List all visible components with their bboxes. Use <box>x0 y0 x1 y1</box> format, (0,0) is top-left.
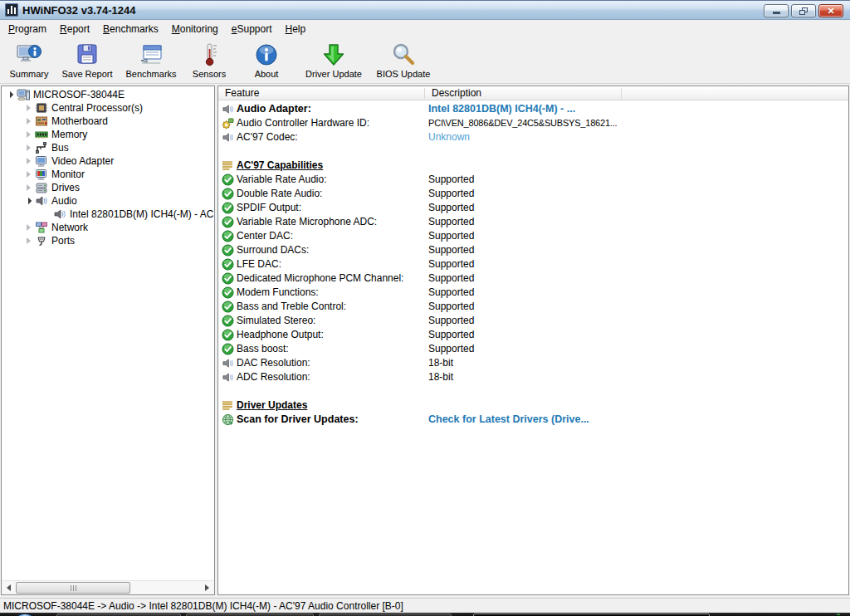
feature-row[interactable]: Audio Controller Hardware ID:PCI\VEN_808… <box>218 116 848 130</box>
description-value: 18-bit <box>428 370 453 384</box>
tree-item-microsof-38044e[interactable]: MICROSOF-38044E <box>2 88 214 101</box>
description-value: Supported <box>428 286 474 300</box>
feature-label: Double Rate Audio: <box>237 187 322 201</box>
tree-item-central-processor-s[interactable]: Central Processor(s) <box>2 101 214 115</box>
description-link[interactable]: Intel 82801DB(M) ICH4(-M) - ... <box>428 102 575 116</box>
description-value: Supported <box>428 229 474 243</box>
tree-item-bus[interactable]: Bus <box>2 141 214 154</box>
tree-item-audio[interactable]: Audio <box>2 194 214 208</box>
expand-expander-icon[interactable] <box>23 169 33 179</box>
sensors-button[interactable]: Sensors <box>183 37 236 83</box>
bios-update-button[interactable]: BIOS Update <box>370 37 437 83</box>
check-icon <box>222 315 234 327</box>
minimize-icon[interactable] <box>764 4 789 17</box>
menu-item-esupport[interactable]: eSupport <box>225 22 279 37</box>
menu-item-benchmarks[interactable]: Benchmarks <box>96 22 165 37</box>
tree-item-label: Network <box>51 222 88 233</box>
feature-row[interactable]: Scan for Driver Updates:Check for Latest… <box>218 413 848 427</box>
cpu-icon <box>35 101 48 115</box>
feature-row[interactable]: Bass boost:Supported <box>218 342 848 356</box>
scrollbar-thumb[interactable] <box>16 582 130 594</box>
menu-item-help[interactable]: Help <box>279 22 313 37</box>
tree-item-label: Drives <box>51 182 80 193</box>
tree-horizontal-scrollbar[interactable] <box>2 580 214 594</box>
expand-expander-icon[interactable] <box>23 116 33 126</box>
expand-expander-icon[interactable] <box>23 236 33 246</box>
tree-item-video-adapter[interactable]: Video Adapter <box>2 154 214 168</box>
check-icon <box>222 343 234 355</box>
feature-row[interactable]: Variable Rate Microphone ADC:Supported <box>218 215 848 229</box>
audio-icon <box>35 194 48 208</box>
feature-row[interactable]: AC'97 Codec:Unknown <box>218 130 848 144</box>
benchmarks-button[interactable]: Benchmarks <box>120 37 183 83</box>
feature-row[interactable]: SPDIF Output:Supported <box>218 201 848 215</box>
memory-icon <box>35 128 48 141</box>
feature-row[interactable]: Modem Functions:Supported <box>218 286 848 300</box>
close-icon[interactable]: ✕ <box>818 4 843 17</box>
drives-icon <box>35 181 48 194</box>
feature-row[interactable]: Double Rate Audio:Supported <box>218 187 848 201</box>
feature-row[interactable]: Headphone Output:Supported <box>218 328 848 342</box>
description-link[interactable]: Check for Latest Drivers (Drive... <box>428 413 589 427</box>
menu-item-report[interactable]: Report <box>53 22 96 37</box>
collapse-expander-icon[interactable] <box>23 196 33 206</box>
feature-row[interactable]: Dedicated Microphone PCM Channel:Support… <box>218 271 848 286</box>
driver-update-button[interactable]: Driver Update <box>297 37 370 83</box>
menu-item-monitoring[interactable]: Monitoring <box>165 22 225 37</box>
motherboard-icon <box>35 115 48 128</box>
feature-row[interactable]: DAC Resolution:18-bit <box>218 356 848 370</box>
summary-button[interactable]: Summary <box>3 37 55 83</box>
feature-row[interactable]: LFE DAC:Supported <box>218 257 848 271</box>
collapse-expander-icon[interactable] <box>5 90 15 100</box>
feature-label: DAC Resolution: <box>237 356 310 370</box>
tree-item-memory[interactable]: Memory <box>2 128 214 141</box>
expand-expander-icon[interactable] <box>23 183 33 193</box>
feature-label: Variable Rate Microphone ADC: <box>237 215 377 229</box>
feature-label: Variable Rate Audio: <box>237 173 327 187</box>
tree-item-label: Central Processor(s) <box>51 102 143 114</box>
feature-row[interactable]: Bass and Treble Control:Supported <box>218 300 848 314</box>
toolbar: SummarySave ReportBenchmarksSensorsAbout… <box>0 37 850 84</box>
tree-item-drives[interactable]: Drives <box>2 181 214 194</box>
tree-item-network[interactable]: Network <box>2 221 214 234</box>
feature-label: Headphone Output: <box>237 328 324 342</box>
save-report-icon <box>75 42 100 68</box>
expand-expander-icon[interactable] <box>23 103 33 113</box>
scroll-right-icon[interactable] <box>200 581 214 594</box>
driver-update-icon <box>321 42 346 68</box>
expand-expander-icon[interactable] <box>23 130 33 139</box>
feature-row[interactable]: Center DAC:Supported <box>218 229 848 243</box>
expand-expander-icon[interactable] <box>23 222 33 232</box>
speaker-icon <box>222 131 234 144</box>
scroll-left-icon[interactable] <box>2 581 16 594</box>
benchmarks-icon <box>139 42 164 68</box>
restore-icon[interactable] <box>791 4 816 17</box>
check-icon <box>222 188 234 200</box>
tree-item-monitor[interactable]: Monitor <box>2 168 214 181</box>
tree-item-motherboard[interactable]: Motherboard <box>2 115 214 128</box>
feature-label: ADC Resolution: <box>237 370 310 384</box>
feature-row[interactable]: Variable Rate Audio:Supported <box>218 173 848 187</box>
about-button[interactable]: About <box>236 37 297 83</box>
section-header-label: Driver Updates <box>237 398 307 413</box>
tree-item-ports[interactable]: Ports <box>2 234 214 247</box>
description-link[interactable]: Unknown <box>428 130 470 144</box>
check-icon <box>222 244 234 257</box>
tree-item-intel-82801db-m-ich4-m-ac[interactable]: Intel 82801DB(M) ICH4(-M) - AC <box>2 208 214 221</box>
description-value: Supported <box>428 187 474 201</box>
tray-indicator-icon: ▪▪ <box>837 613 840 616</box>
menu-item-program[interactable]: Program <box>2 22 53 37</box>
bios-update-icon <box>391 42 416 68</box>
expand-expander-icon[interactable] <box>23 143 33 153</box>
feature-row[interactable]: ADC Resolution:18-bit <box>218 370 848 384</box>
feature-row[interactable]: Simulated Stereo:Supported <box>218 314 848 328</box>
column-header-description[interactable]: Description <box>425 86 621 100</box>
save-report-button[interactable]: Save Report <box>55 37 120 83</box>
tree-item-label: Bus <box>51 142 69 154</box>
feature-row[interactable]: Surround DACs:Supported <box>218 243 848 257</box>
feature-row[interactable]: Audio Adapter:Intel 82801DB(M) ICH4(-M) … <box>218 102 848 116</box>
expand-expander-icon[interactable] <box>23 156 33 166</box>
detail-panel: Feature Description Audio Adapter:Intel … <box>217 86 849 595</box>
spacer <box>218 384 848 398</box>
column-header-feature[interactable]: Feature <box>218 86 424 100</box>
